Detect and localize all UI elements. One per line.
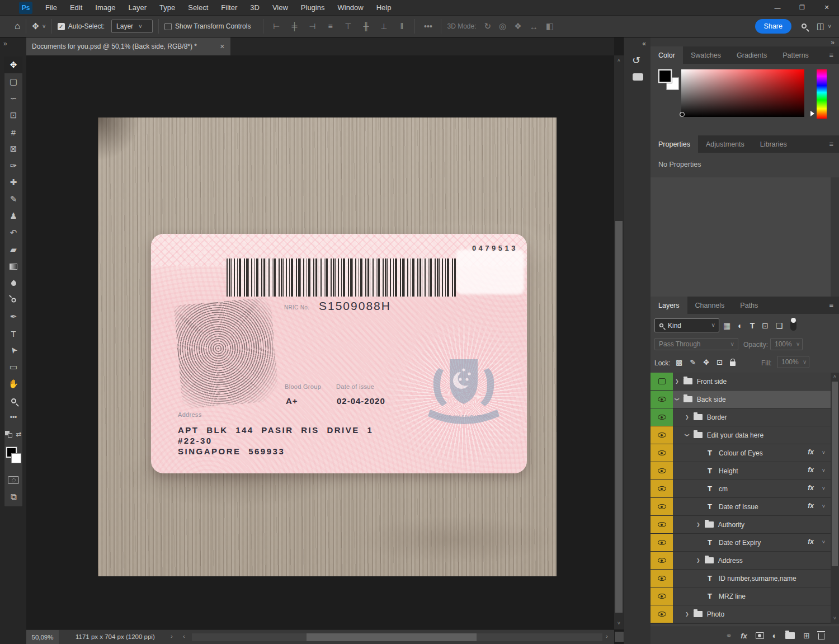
filter-smart-objects-icon[interactable]: ❏ bbox=[776, 321, 783, 330]
3d-orbit-icon[interactable]: ↻ bbox=[484, 21, 492, 31]
path-selection-tool[interactable]: ➤ bbox=[4, 342, 22, 359]
search-icon[interactable] bbox=[802, 22, 807, 30]
eye-icon[interactable] bbox=[658, 415, 666, 420]
distribute-vertical-centers-icon[interactable]: ≡ bbox=[323, 22, 337, 31]
toolbar-expand-icon[interactable]: » bbox=[3, 40, 7, 48]
hue-slider-handle[interactable] bbox=[810, 111, 817, 116]
layer-visibility-cell[interactable] bbox=[651, 498, 673, 515]
tab-patterns[interactable]: Patterns bbox=[775, 46, 817, 64]
menu-view[interactable]: View bbox=[272, 3, 288, 12]
3d-roll-icon[interactable]: ◎ bbox=[499, 21, 506, 31]
menu-edit[interactable]: Edit bbox=[70, 3, 82, 12]
quick-mask-icon[interactable] bbox=[4, 472, 22, 488]
align-left-edges-icon[interactable]: ⊢ bbox=[269, 22, 284, 31]
frame-tool[interactable]: ⊠ bbox=[4, 140, 22, 157]
group-collapse-icon[interactable]: ❯ bbox=[685, 433, 690, 437]
eye-icon[interactable] bbox=[658, 540, 666, 545]
layer-row[interactable]: TDate of Issuefx˅ bbox=[651, 498, 831, 515]
crop-tool[interactable]: # bbox=[4, 124, 22, 140]
auto-select-target-dropdown[interactable]: Layer˅ bbox=[111, 20, 153, 33]
layer-fx-badge[interactable]: fx bbox=[808, 502, 814, 510]
layer-row[interactable]: ❯Front side bbox=[651, 373, 831, 390]
background-swatch[interactable] bbox=[11, 453, 21, 463]
opacity-field[interactable]: 100%˅ bbox=[770, 338, 803, 350]
layer-row[interactable]: ❯Address bbox=[651, 552, 831, 569]
eye-icon[interactable] bbox=[658, 576, 666, 581]
layer-row[interactable]: ❯Edit your data here bbox=[651, 426, 831, 444]
add-layer-mask-icon[interactable] bbox=[756, 632, 764, 639]
hidden-eye-box[interactable] bbox=[658, 378, 666, 384]
layer-row[interactable]: ❯Authority bbox=[651, 516, 831, 533]
default-colors-icon[interactable] bbox=[5, 431, 12, 438]
history-panel-icon[interactable]: ↺ bbox=[632, 54, 640, 67]
group-collapse-icon[interactable]: ❯ bbox=[675, 397, 680, 401]
menu-file[interactable]: File bbox=[45, 3, 57, 12]
layers-scroll-up-icon[interactable]: ˄ bbox=[831, 374, 839, 379]
eye-icon[interactable] bbox=[658, 397, 666, 402]
layer-row[interactable]: ❯Border bbox=[651, 408, 831, 426]
layer-row[interactable]: ❯Photo bbox=[651, 605, 831, 623]
horizontal-scroll-thumb[interactable] bbox=[307, 633, 477, 641]
group-expand-icon[interactable]: ❯ bbox=[696, 558, 700, 563]
scroll-left-icon[interactable]: ‹ bbox=[183, 633, 185, 640]
layer-fx-badge[interactable]: fx bbox=[808, 448, 814, 456]
layer-row[interactable]: ❯Back side bbox=[651, 391, 831, 408]
layers-scroll-down-icon[interactable]: ˅ bbox=[831, 615, 839, 621]
align-right-edges-icon[interactable]: ⊣ bbox=[305, 22, 319, 31]
layer-row[interactable]: TDate of Expiryfx˅ bbox=[651, 534, 831, 551]
blur-tool[interactable] bbox=[4, 275, 22, 292]
tab-libraries[interactable]: Libraries bbox=[752, 135, 795, 153]
tab-channels[interactable]: Channels bbox=[687, 297, 733, 314]
eyedropper-tool[interactable]: ✑ bbox=[4, 157, 22, 174]
auto-select-checkbox[interactable]: ✓ bbox=[58, 23, 65, 30]
layer-visibility-cell[interactable] bbox=[651, 462, 673, 480]
status-expand-icon[interactable]: › bbox=[171, 633, 173, 640]
panel-menu-icon[interactable]: ≡ bbox=[829, 51, 833, 59]
expand-panels-icon[interactable]: » bbox=[831, 39, 835, 46]
tab-close-icon[interactable]: ✕ bbox=[220, 43, 225, 50]
align-top-edges-icon[interactable]: ⊤ bbox=[341, 22, 355, 31]
link-layers-icon[interactable]: ⚭ bbox=[726, 631, 733, 640]
fill-field[interactable]: 100%˅ bbox=[777, 356, 809, 368]
filter-type-layers-icon[interactable]: T bbox=[750, 321, 755, 330]
eye-icon[interactable] bbox=[658, 522, 666, 527]
fx-expand-icon[interactable]: ˅ bbox=[822, 486, 825, 491]
share-button[interactable]: Share bbox=[755, 19, 791, 34]
group-expand-icon[interactable]: ❯ bbox=[685, 415, 689, 420]
tab-color[interactable]: Color bbox=[651, 46, 683, 64]
canvas-area[interactable]: 0479513 NRIC No. S1509088H Blood Group A… bbox=[26, 55, 614, 629]
minimize-button[interactable]: — bbox=[765, 0, 790, 15]
new-group-icon[interactable] bbox=[785, 632, 795, 639]
layers-scrollbar[interactable]: ˄ ˅ bbox=[831, 373, 839, 624]
eye-icon[interactable] bbox=[658, 486, 666, 491]
tab-swatches[interactable]: Swatches bbox=[683, 46, 729, 64]
layers-scroll-thumb[interactable] bbox=[832, 382, 838, 566]
layer-row[interactable]: Tcmfx˅ bbox=[651, 480, 831, 497]
menu-layer[interactable]: Layer bbox=[129, 3, 147, 12]
menu-filter[interactable]: Filter bbox=[221, 3, 237, 12]
eye-icon[interactable] bbox=[658, 594, 666, 599]
filter-shape-layers-icon[interactable]: ⊡ bbox=[762, 321, 769, 330]
tab-paths[interactable]: Paths bbox=[732, 297, 766, 314]
eye-icon[interactable] bbox=[658, 450, 666, 455]
layer-effects-icon[interactable]: fx bbox=[741, 632, 747, 640]
layer-fx-badge[interactable]: fx bbox=[808, 466, 814, 474]
layer-visibility-cell[interactable] bbox=[651, 534, 673, 551]
collapse-panels-icon[interactable]: « bbox=[642, 40, 646, 48]
zoom-level[interactable]: 50,09% bbox=[26, 630, 59, 644]
edit-toolbar-icon[interactable]: ••• bbox=[4, 409, 22, 426]
align-horizontal-centers-icon[interactable]: ╪ bbox=[287, 22, 301, 31]
fx-expand-icon[interactable]: ˅ bbox=[822, 468, 825, 473]
delete-layer-icon[interactable] bbox=[818, 633, 824, 640]
filter-adjustment-layers-icon[interactable]: ◐ bbox=[738, 321, 742, 330]
blend-mode-dropdown[interactable]: Pass Through˅ bbox=[654, 338, 738, 350]
scroll-down-icon[interactable]: ˅ bbox=[614, 621, 624, 626]
object-selection-tool[interactable]: ⊡ bbox=[4, 107, 22, 124]
tool-preset-chevron-icon[interactable]: ˅ bbox=[43, 23, 46, 30]
show-transform-checkbox[interactable] bbox=[164, 23, 172, 30]
resize-grip[interactable] bbox=[615, 632, 624, 642]
layer-visibility-cell[interactable] bbox=[651, 570, 673, 587]
3d-pan-icon[interactable]: ❖ bbox=[514, 21, 521, 31]
layer-visibility-cell[interactable] bbox=[651, 552, 673, 569]
lock-image-pixels-icon[interactable]: ✎ bbox=[690, 358, 696, 366]
